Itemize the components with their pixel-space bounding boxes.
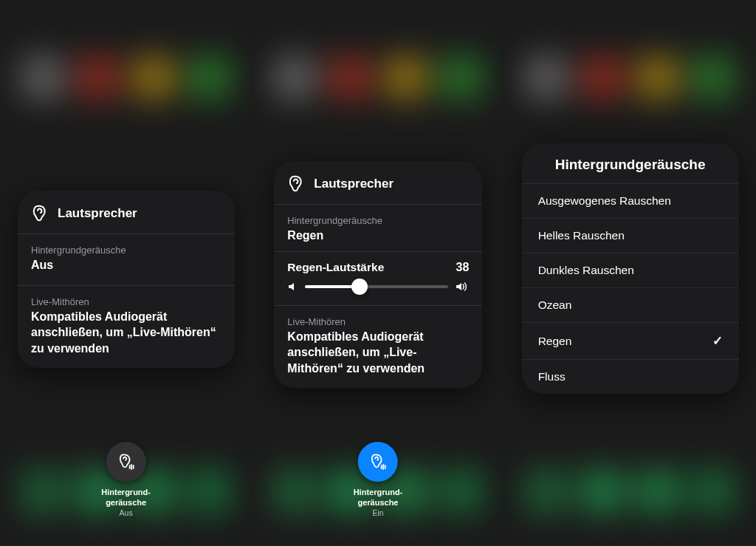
card-title: Lautsprecher [314,177,394,191]
bg-value: Aus [31,257,221,273]
sounds-list-card: Hintergrundgeräusche Ausgewogenes Rausch… [522,143,739,394]
sound-option-label: Dunkles Rauschen [538,264,634,277]
background-sounds-row[interactable]: Hintergrundgeräusche Regen [274,205,482,251]
cc-hearing-button-on[interactable]: Hintergrund- geräusche Ein [354,442,403,517]
card-header: Lautsprecher [274,161,482,204]
hearing-card: Lautsprecher Hintergrundgeräusche Regen … [274,161,482,388]
ear-icon [287,174,305,194]
cc-hearing-button-off[interactable]: Hintergrund- geräusche Aus [101,442,151,517]
ear-icon [31,204,49,223]
stage: Lautsprecher Hintergrundgeräusche Aus Li… [0,0,756,546]
cc-status: Ein [354,508,403,517]
sound-option[interactable]: Fluss [522,359,739,394]
blur-row-top [0,44,252,111]
cc-label-line2: geräusche [101,498,151,508]
slider-value: 38 [456,261,470,274]
sound-option-label: Regen [538,335,572,348]
list-title: Hintergrundgeräusche [522,143,739,183]
volume-slider-section: Regen-Lautstärke 38 [274,252,482,305]
sound-option-label: Fluss [538,370,566,383]
bg-label: Hintergrundgeräusche [31,245,221,256]
blur-row-top [504,44,756,111]
volume-low-icon [287,281,298,292]
slider-label: Regen-Lautstärke [287,261,384,274]
sound-option[interactable]: Ozean [522,287,739,322]
panel-right: Hintergrundgeräusche Ausgewogenes Rausch… [504,0,756,546]
panel-center: Lautsprecher Hintergrundgeräusche Regen … [252,0,504,546]
slider-thumb [351,279,368,295]
sound-option[interactable]: Dunkles Rauschen [522,253,739,287]
sound-option-label: Ozean [538,298,572,312]
sound-list: Ausgewogenes RauschenHelles RauschenDunk… [522,183,739,394]
cc-circle [358,442,398,482]
sound-option-label: Helles Rauschen [538,229,625,242]
cc-label-line1: Hintergrund- [101,488,151,498]
sound-option[interactable]: Helles Rauschen [522,218,739,253]
background-sounds-row[interactable]: Hintergrundgeräusche Aus [18,234,235,285]
panel-left: Lautsprecher Hintergrundgeräusche Aus Li… [0,0,252,546]
live-listen-row[interactable]: Live-Mithören Kompatibles Audiogerät ans… [18,286,235,369]
live-label: Live-Mithören [287,316,469,327]
live-label: Live-Mithören [31,296,221,307]
bg-label: Hintergrundgeräusche [287,215,469,226]
cc-status: Aus [101,508,151,517]
sound-option-label: Ausgewogenes Rauschen [538,194,671,208]
card-title: Lautsprecher [58,206,137,221]
hearing-card: Lautsprecher Hintergrundgeräusche Aus Li… [18,191,235,368]
cc-label-line1: Hintergrund- [354,488,403,498]
volume-high-icon [456,281,469,292]
sound-option[interactable]: Regen✓ [522,322,739,359]
live-value: Kompatibles Audiogerät anschließen, um „… [287,329,469,377]
live-value: Kompatibles Audiogerät anschließen, um „… [31,309,221,357]
sound-option[interactable]: Ausgewogenes Rauschen [522,183,739,218]
blur-row-top [252,44,504,111]
volume-slider[interactable] [305,285,448,288]
cc-circle [106,442,146,482]
live-listen-row[interactable]: Live-Mithören Kompatibles Audiogerät ans… [274,306,482,389]
card-header: Lautsprecher [18,191,235,233]
ear-sound-icon [117,453,136,471]
cc-label-line2: geräusche [354,498,403,508]
ear-sound-icon [368,453,388,471]
blur-row-bottom [504,458,756,525]
checkmark-icon: ✓ [712,333,723,349]
bg-value: Regen [287,228,469,244]
